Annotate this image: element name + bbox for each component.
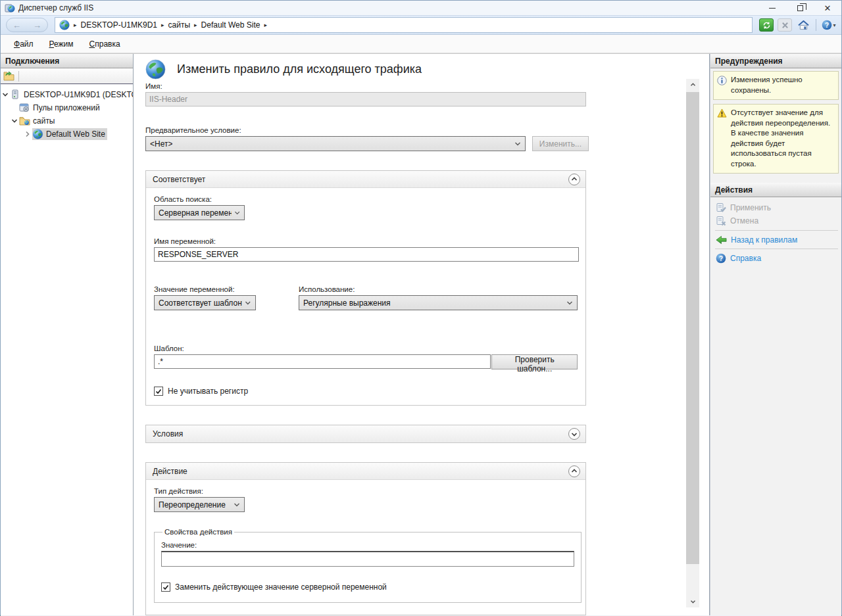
pattern-input[interactable] [154,354,491,369]
cancel-icon [716,216,726,226]
help-dropdown-icon[interactable]: ▾ [833,22,835,28]
selected-tree-item[interactable]: Default Web Site [32,128,107,140]
tree-item-app-pools[interactable]: Пулы приложений [1,101,133,114]
minimize-button[interactable] [758,1,786,15]
menu-file[interactable]: Файл [7,37,40,51]
collapse-icon[interactable] [568,465,580,477]
action-properties-group: Свойства действия Значение: Заменить дей… [154,528,582,603]
action-type-value: Переопределение [159,500,226,509]
precondition-value: <Нет> [150,139,172,149]
connections-header: Подключения [1,54,133,68]
cancel-action: Отмена [714,214,839,227]
scroll-down-icon[interactable] [686,596,699,607]
test-pattern-button[interactable]: Проверить шаблон... [491,354,578,369]
chevron-down-icon [566,300,573,306]
operator-value: Соответствует шаблону [159,298,242,308]
help-icon: ? [716,253,726,264]
replace-value-label: Заменить действующее значение серверной … [175,582,387,592]
window-title: Диспетчер служб IIS [18,3,93,12]
chevron-down-icon [234,502,240,508]
alert-text: Изменения успешно сохранены. [731,75,835,95]
action-type-label: Тип действия: [154,487,578,495]
action-type-select[interactable]: Переопределение [154,497,245,512]
toolbar-divider [816,19,816,31]
edit-precondition-button: Изменить... [532,136,589,151]
apply-icon [716,202,726,213]
warning-icon [717,108,727,118]
tree-item-sites[interactable]: сайты [1,114,133,128]
using-label: Использование: [299,285,578,293]
forward-icon[interactable]: → [33,21,41,30]
help-label: Справка [730,254,761,263]
help-link[interactable]: ? Справка [714,252,839,265]
menu-help[interactable]: Справка [83,37,127,51]
connections-toolbar [1,68,133,84]
chevron-down-icon[interactable] [1,92,10,97]
restore-button[interactable] [786,1,814,15]
action-properties-title: Свойства действия [162,528,234,536]
back-to-rules-link[interactable]: Назад к правилам [714,233,839,246]
using-select[interactable]: Регулярные выражения [299,295,578,310]
variable-name-input[interactable] [154,247,579,262]
name-label: Имя: [145,82,589,90]
actions-header: Действия [710,183,841,197]
back-to-rules-label: Назад к правилам [731,235,797,245]
tree-item-server[interactable]: DESKTOP-U1MK9D1 (DESKTOP [1,88,133,101]
breadcrumb-item-server[interactable]: DESKTOP-U1MK9D1 [81,20,157,30]
navigation-buttons: ← → [6,18,48,32]
value-input[interactable] [161,551,574,567]
precondition-label: Предварительное условие: [145,126,589,134]
globe-icon [32,129,43,139]
conditions-section-title: Условия [153,429,183,438]
scrollbar-thumb[interactable] [686,92,699,564]
menu-view[interactable]: Режим [43,37,80,51]
tree-item-label: DESKTOP-U1MK9D1 (DESKTOP [24,90,133,99]
menu-bar: Файл Режим Справка [1,35,841,53]
vertical-scrollbar[interactable] [686,79,699,607]
breadcrumb-separator-icon: ▸ [161,22,164,28]
variable-name-label: Имя переменной: [154,237,578,245]
breadcrumb-item-sites[interactable]: сайты [168,20,191,30]
apply-action: Применить [714,201,839,214]
scope-label: Область поиска: [154,195,578,203]
toolbar-divider [18,71,19,82]
connections-tree: DESKTOP-U1MK9D1 (DESKTOP Пулы приложений… [1,84,133,141]
cancel-label: Отмена [730,216,758,225]
breadcrumb-separator-icon: ▸ [264,22,267,28]
chevron-down-icon[interactable] [10,118,19,124]
tree-item-label: Пулы приложений [33,103,100,112]
breadcrumb-item-default-web-site[interactable]: Default Web Site [201,20,260,30]
operator-select[interactable]: Соответствует шаблону [154,295,256,310]
help-button[interactable]: ? ▾ [822,18,836,32]
save-connection-icon[interactable] [3,71,14,81]
home-button[interactable] [796,18,810,32]
breadcrumb[interactable]: ▸ DESKTOP-U1MK9D1 ▸ сайты ▸ Default Web … [55,17,753,33]
stop-button [778,18,792,32]
ignore-case-checkbox[interactable] [154,387,163,396]
alert-warning: Отсутствует значение для действия переоп… [713,104,839,174]
apply-label: Применить [730,203,771,212]
collapse-icon[interactable] [568,174,580,185]
expand-icon[interactable] [568,428,580,440]
tree-item-default-web-site[interactable]: Default Web Site [1,128,133,141]
refresh-button[interactable] [759,18,774,32]
main-content: Изменить правило для исходящего трафика … [134,54,710,615]
precondition-select[interactable]: <Нет> [145,136,526,151]
scope-select[interactable]: Серверная переменн [154,205,245,220]
page-title: Изменить правило для исходящего трафика [177,62,422,76]
svg-text:?: ? [825,22,829,29]
chevron-right-icon[interactable] [23,131,32,137]
globe-icon [145,59,166,80]
chevron-down-icon [514,141,521,147]
address-bar: ← → ▸ DESKTOP-U1MK9D1 ▸ сайты ▸ Default … [1,15,841,35]
tree-item-label: сайты [33,116,55,126]
actions-list: Применить Отмена Назад к правилам ? Спра… [710,197,841,265]
ignore-case-label: Не учитывать регистр [168,387,248,396]
info-icon [717,76,727,85]
scroll-up-icon[interactable] [686,79,699,91]
back-icon[interactable]: ← [12,21,21,30]
right-panel: Предупреждения Изменения успешно сохране… [710,54,841,615]
replace-value-checkbox[interactable] [161,582,170,592]
pattern-label: Шаблон: [154,344,578,352]
close-button[interactable]: ✕ [814,1,841,15]
